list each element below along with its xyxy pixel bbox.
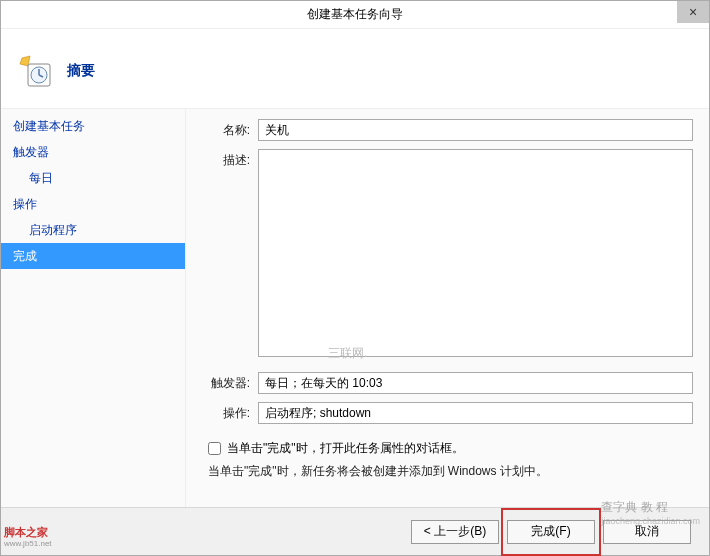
wizard-body: 创建基本任务触发器每日操作启动程序完成 名称: 描述: 触发器: (1, 109, 709, 507)
sidebar-item-5[interactable]: 完成 (1, 243, 185, 269)
sidebar-item-4[interactable]: 启动程序 (1, 217, 185, 243)
page-title: 摘要 (67, 62, 95, 80)
watermark-logo: 脚本之家 www.jb51.net (4, 526, 52, 550)
open-properties-label: 当单击"完成"时，打开此任务属性的对话框。 (227, 440, 464, 457)
wizard-window: 创建基本任务向导 × 摘要 创建基本任务触发器每日操作启动程序完成 名称: (0, 0, 710, 556)
wizard-header: 摘要 (1, 29, 709, 109)
close-button[interactable]: × (677, 1, 709, 23)
sidebar-item-0[interactable]: 创建基本任务 (1, 113, 185, 139)
summary-icon (19, 55, 51, 87)
name-label: 名称: (204, 119, 250, 139)
trigger-label: 触发器: (204, 372, 250, 392)
description-input[interactable] (258, 149, 693, 357)
action-readonly (258, 402, 693, 424)
sidebar: 创建基本任务触发器每日操作启动程序完成 (1, 109, 186, 507)
watermark-right: 查字典 教 程 jiaocheng.chazidian.com (601, 499, 700, 526)
sidebar-item-1[interactable]: 触发器 (1, 139, 185, 165)
open-properties-row[interactable]: 当单击"完成"时，打开此任务属性的对话框。 (208, 440, 693, 457)
description-label: 描述: (204, 149, 250, 169)
sidebar-item-2[interactable]: 每日 (1, 165, 185, 191)
summary-panel: 名称: 描述: 触发器: 操作: (186, 109, 709, 507)
open-properties-checkbox[interactable] (208, 442, 221, 455)
trigger-readonly (258, 372, 693, 394)
titlebar: 创建基本任务向导 × (1, 1, 709, 29)
sidebar-item-3[interactable]: 操作 (1, 191, 185, 217)
hint-text: 当单击"完成"时，新任务将会被创建并添加到 Windows 计划中。 (208, 463, 693, 480)
close-icon: × (689, 4, 697, 20)
name-input[interactable] (258, 119, 693, 141)
action-label: 操作: (204, 402, 250, 422)
finish-button[interactable]: 完成(F) (507, 520, 595, 544)
window-title: 创建基本任务向导 (307, 6, 403, 23)
watermark-center: 三联网. (328, 345, 367, 362)
back-button[interactable]: < 上一步(B) (411, 520, 499, 544)
